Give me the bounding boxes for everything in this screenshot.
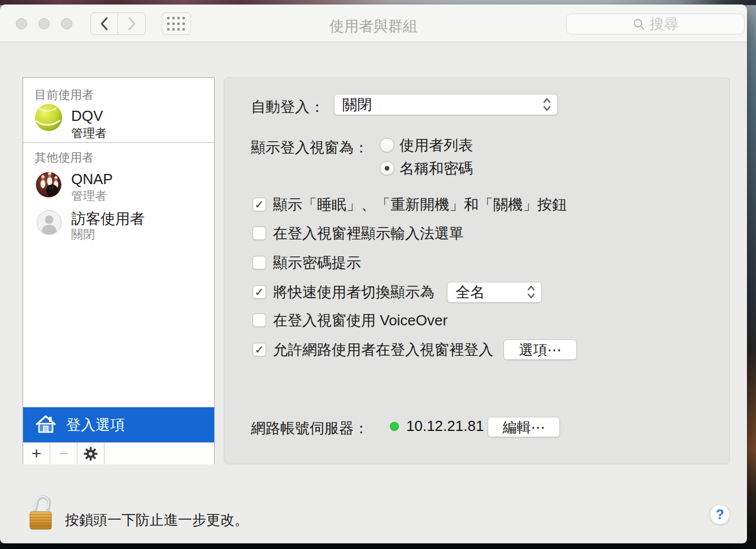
avatar-guest-silhouette <box>37 210 62 237</box>
search-input[interactable]: 搜尋 <box>566 14 745 34</box>
titlebar: 使用者與群組 搜尋 <box>0 5 747 42</box>
checkbox-network-users[interactable] <box>253 343 266 356</box>
login-options-label: 登入選項 <box>66 415 125 435</box>
login-options-panel: 自動登入： 關閉 顯示登入視窗為： 使用者列表 名稱和密碼 <box>224 77 730 464</box>
checkbox-row-voiceover: 在登入視窗使用 VoiceOver <box>253 310 447 330</box>
radio-option-name-password[interactable]: 名稱和密碼 <box>380 158 473 178</box>
other-user-name[interactable]: QNAP <box>71 171 113 188</box>
checkbox-password-hints[interactable] <box>253 256 266 269</box>
search-placeholder: 搜尋 <box>650 15 678 33</box>
lock-button[interactable] <box>28 493 53 531</box>
edit-button[interactable]: 編輯⋯ <box>488 417 560 437</box>
search-icon <box>633 18 645 30</box>
login-window-radio-group: 使用者列表 名稱和密碼 <box>380 135 473 178</box>
radio-name-password[interactable] <box>380 161 394 176</box>
login-window-display-label: 顯示登入視窗為： <box>251 138 368 158</box>
checkbox-label: 允許網路使用者在登入視窗裡登入 <box>273 340 493 360</box>
auto-login-value: 關閉 <box>342 95 372 115</box>
checkbox-label: 在登入視窗使用 VoiceOver <box>273 311 447 330</box>
other-user-role: 管理者 <box>71 188 107 204</box>
fast-user-switching-dropdown[interactable]: 全名 <box>447 282 542 303</box>
checkbox-label: 顯示密碼提示 <box>273 253 361 273</box>
user-list-sidebar: 目前使用者 DQV 管理者 其他使用者 <box>23 77 215 464</box>
guest-user-name[interactable]: 訪客使用者 <box>71 209 145 229</box>
sidebar-item-login-options[interactable]: 登入選項 <box>23 407 214 442</box>
remove-user-button[interactable]: − <box>50 443 77 464</box>
lock-hint-text: 按鎖頭一下防止進一步更改。 <box>65 511 249 529</box>
current-user-header: 目前使用者 <box>34 87 94 103</box>
auto-login-label: 自動登入： <box>251 97 324 117</box>
checkbox-fast-user-switching[interactable] <box>253 285 266 299</box>
chevron-up-down-icon <box>542 97 551 112</box>
network-server-label: 網路帳號伺服器： <box>251 419 368 438</box>
checkbox-row-sleep-buttons: 顯示「睡眠」、「重新開機」和「關機」按鈕 <box>253 194 567 215</box>
radio-label: 使用者列表 <box>399 136 473 155</box>
checkbox-sleep-buttons[interactable] <box>253 198 266 211</box>
current-user-role: 管理者 <box>71 125 107 141</box>
sidebar-divider <box>23 142 214 143</box>
chevron-up-down-icon <box>527 284 536 300</box>
radio-option-user-list[interactable]: 使用者列表 <box>380 135 473 155</box>
other-users-header: 其他使用者 <box>34 150 94 165</box>
plus-icon: + <box>32 444 42 463</box>
checkbox-row-input-menu: 在登入視窗裡顯示輸入法選單 <box>253 223 464 243</box>
sidebar-action-bar: + − <box>23 442 214 464</box>
auto-login-dropdown[interactable]: 關閉 <box>334 94 558 115</box>
house-icon <box>34 413 57 436</box>
guest-user-role: 關閉 <box>71 226 95 242</box>
open-padlock-icon <box>28 493 53 531</box>
checkbox-row-password-hints: 顯示密碼提示 <box>253 252 361 273</box>
checkbox-row-network-users: 允許網路使用者在登入視窗裡登入 選項⋯ <box>253 339 577 360</box>
question-mark-icon: ? <box>716 507 724 522</box>
edit-button-label: 編輯⋯ <box>503 418 545 437</box>
users-groups-window: 使用者與群組 搜尋 目前使用者 <box>0 5 747 543</box>
help-button[interactable]: ? <box>710 504 730 525</box>
options-button-label: 選項⋯ <box>519 341 562 359</box>
options-button[interactable]: 選項⋯ <box>503 339 577 360</box>
fast-user-switching-value: 全名 <box>455 282 485 302</box>
checkbox-label: 將快速使用者切換顯示為 <box>273 282 435 302</box>
avatar-bowling-pins <box>36 172 62 200</box>
add-user-button[interactable]: + <box>23 443 50 464</box>
user-actions-button[interactable] <box>77 443 105 464</box>
checkbox-label: 在登入視窗裡顯示輸入法選單 <box>273 224 464 243</box>
minus-icon: − <box>59 444 69 463</box>
checkbox-input-menu[interactable] <box>253 226 266 240</box>
radio-label: 名稱和密碼 <box>399 159 473 178</box>
radio-user-list[interactable] <box>380 138 394 152</box>
current-user-name[interactable]: DQV <box>71 107 103 125</box>
avatar-tennis-ball <box>34 103 63 134</box>
gear-icon <box>84 447 98 461</box>
desktop: 使用者與群組 搜尋 目前使用者 <box>0 0 756 549</box>
checkbox-row-fast-user-switching: 將快速使用者切換顯示為 全名 <box>253 282 542 302</box>
checkbox-voiceover[interactable] <box>253 313 266 327</box>
checkbox-label: 顯示「睡眠」、「重新開機」和「關機」按鈕 <box>273 195 567 215</box>
status-dot-green <box>390 422 399 431</box>
network-server-address: 10.12.21.81 <box>406 417 484 435</box>
